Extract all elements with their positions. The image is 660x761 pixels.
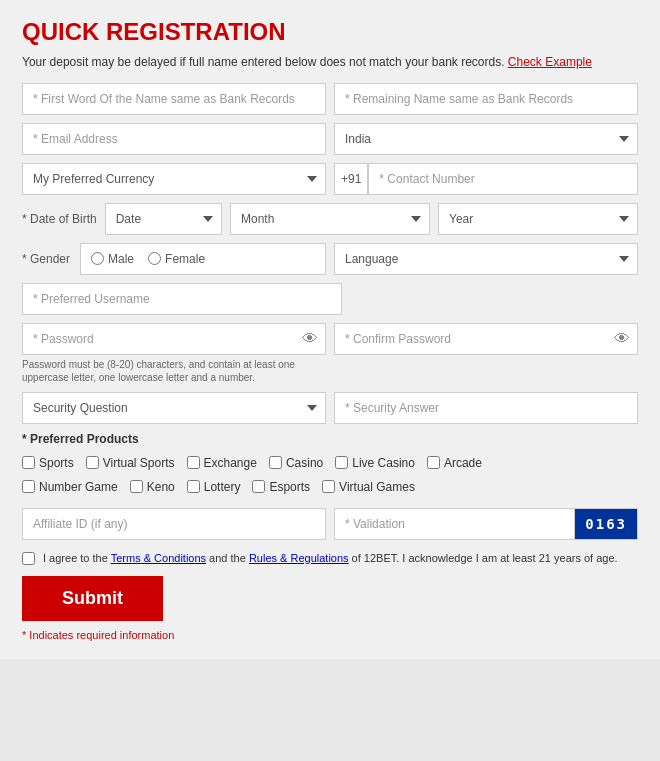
password-hint: Password must be (8-20) characters, and … bbox=[22, 358, 326, 384]
terms-conditions-link[interactable]: Terms & Conditions bbox=[111, 552, 206, 564]
affiliate-input[interactable] bbox=[22, 508, 326, 540]
confirm-password-input[interactable] bbox=[334, 323, 638, 355]
gender-male-radio[interactable] bbox=[91, 252, 104, 265]
security-answer-input[interactable] bbox=[334, 392, 638, 424]
sports-checkbox[interactable] bbox=[22, 456, 35, 469]
language-select[interactable]: Language English Hindi Tamil Telugu bbox=[334, 243, 638, 275]
products-row-2: Number Game Keno Lottery Esports Virtual… bbox=[22, 480, 415, 494]
captcha-code: 0163 bbox=[574, 508, 638, 540]
first-name-input[interactable] bbox=[22, 83, 326, 115]
casino-checkbox[interactable] bbox=[269, 456, 282, 469]
arcade-checkbox[interactable] bbox=[427, 456, 440, 469]
keno-checkbox[interactable] bbox=[130, 480, 143, 493]
terms-checkbox[interactable] bbox=[22, 552, 35, 565]
lottery-checkbox[interactable] bbox=[187, 480, 200, 493]
password-input[interactable] bbox=[22, 323, 326, 355]
email-input[interactable] bbox=[22, 123, 326, 155]
gender-male-label[interactable]: Male bbox=[91, 252, 134, 266]
product-esports[interactable]: Esports bbox=[252, 480, 310, 494]
currency-select[interactable]: My Preferred Currency INR USD EUR GBP bbox=[22, 163, 326, 195]
terms-text: I agree to the Terms & Conditions and th… bbox=[43, 550, 618, 567]
terms-row: I agree to the Terms & Conditions and th… bbox=[22, 550, 638, 567]
month-select[interactable]: Month JanuaryFebruaryMarch AprilMayJune … bbox=[230, 203, 430, 235]
confirm-password-wrapper: 👁 bbox=[334, 323, 638, 355]
date-select[interactable]: Date 12345 678910 15202531 bbox=[105, 203, 222, 235]
password-wrapper: 👁 bbox=[22, 323, 326, 355]
page-title: QUICK REGISTRATION bbox=[22, 18, 638, 46]
product-keno[interactable]: Keno bbox=[130, 480, 175, 494]
security-question-select[interactable]: Security Question What is your mother's … bbox=[22, 392, 326, 424]
product-exchange[interactable]: Exchange bbox=[187, 456, 257, 470]
remaining-name-input[interactable] bbox=[334, 83, 638, 115]
required-note: * Indicates required information bbox=[22, 629, 638, 641]
gender-female-radio[interactable] bbox=[148, 252, 161, 265]
submit-button[interactable]: Submit bbox=[22, 576, 163, 621]
number-game-checkbox[interactable] bbox=[22, 480, 35, 493]
product-virtual-sports[interactable]: Virtual Sports bbox=[86, 456, 175, 470]
product-arcade[interactable]: Arcade bbox=[427, 456, 482, 470]
dob-label: * Date of Birth bbox=[22, 204, 97, 234]
live-casino-checkbox[interactable] bbox=[335, 456, 348, 469]
registration-form: QUICK REGISTRATION Your deposit may be d… bbox=[0, 0, 660, 659]
esports-checkbox[interactable] bbox=[252, 480, 265, 493]
password-eye-icon[interactable]: 👁 bbox=[302, 331, 318, 347]
username-input[interactable] bbox=[22, 283, 342, 315]
confirm-password-eye-icon[interactable]: 👁 bbox=[614, 331, 630, 347]
year-select[interactable]: Year 200520001995 1990198519801970 bbox=[438, 203, 638, 235]
product-sports[interactable]: Sports bbox=[22, 456, 74, 470]
virtual-games-checkbox[interactable] bbox=[322, 480, 335, 493]
preferred-products-label: * Preferred Products bbox=[22, 432, 139, 446]
products-row-1: Sports Virtual Sports Exchange Casino Li… bbox=[22, 456, 482, 470]
gender-female-label[interactable]: Female bbox=[148, 252, 205, 266]
product-lottery[interactable]: Lottery bbox=[187, 480, 241, 494]
phone-prefix: +91 bbox=[334, 163, 368, 195]
exchange-checkbox[interactable] bbox=[187, 456, 200, 469]
product-live-casino[interactable]: Live Casino bbox=[335, 456, 415, 470]
check-example-link[interactable]: Check Example bbox=[508, 55, 592, 69]
contact-input[interactable] bbox=[368, 163, 638, 195]
rules-regulations-link[interactable]: Rules & Regulations bbox=[249, 552, 349, 564]
country-select[interactable]: India USA UK Australia Canada bbox=[334, 123, 638, 155]
product-casino[interactable]: Casino bbox=[269, 456, 323, 470]
notice-text: Your deposit may be delayed if full name… bbox=[22, 54, 638, 71]
virtual-sports-checkbox[interactable] bbox=[86, 456, 99, 469]
product-number-game[interactable]: Number Game bbox=[22, 480, 118, 494]
validation-input[interactable] bbox=[334, 508, 574, 540]
product-virtual-games[interactable]: Virtual Games bbox=[322, 480, 415, 494]
gender-label: * Gender bbox=[22, 244, 70, 274]
